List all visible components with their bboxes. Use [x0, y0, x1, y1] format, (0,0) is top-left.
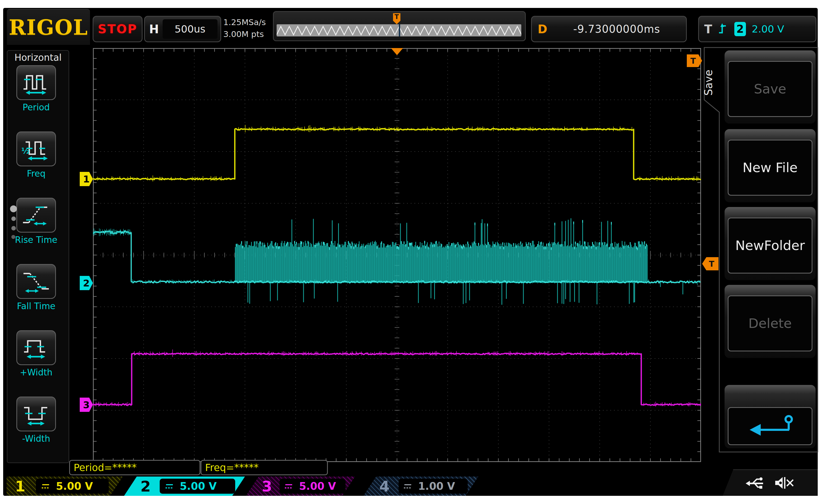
period-icon [21, 68, 51, 97]
waveform-display [93, 48, 701, 462]
menu-tab-save: Save [702, 55, 715, 110]
save-button[interactable]: Save [728, 61, 812, 117]
freq-icon: ½ [21, 135, 51, 163]
sidebar-item-label: Rise Time [14, 235, 58, 245]
sidebar-item-period[interactable]: Period [16, 65, 56, 113]
menu-tile: NewFolder [724, 207, 816, 280]
overview-trigger-marker[interactable]: T [393, 13, 400, 24]
dc-coupling-icon [164, 482, 175, 490]
channel-4-scale: 1.00 V [418, 480, 455, 492]
ch1-ground-marker[interactable]: 1 [80, 172, 93, 186]
delay-box[interactable]: D -9.73000000ms [531, 16, 687, 42]
overview-position-slot [399, 24, 400, 36]
trigger-level-value: 2.00 V [752, 23, 784, 35]
trigger-source-badge: 2 [734, 22, 746, 36]
channel-3-number: 3 [262, 478, 272, 494]
channel-4-status[interactable]: 4 1.00 V [363, 477, 478, 496]
scroll-indicator-dot [11, 216, 16, 221]
back-button[interactable] [728, 407, 812, 445]
menu-tile [724, 385, 816, 448]
channel-4-number: 4 [379, 478, 389, 494]
peripheral-status-panel [723, 469, 818, 496]
measure-button[interactable] [16, 65, 56, 100]
sidebar-item-label: Period [14, 102, 58, 113]
sidebar-item-label: Fall Time [14, 301, 58, 311]
freq-readout: Freq=***** [201, 460, 328, 475]
status-label: STOP [98, 22, 137, 36]
measure-button[interactable] [16, 264, 56, 299]
speaker-muted-icon [774, 475, 796, 491]
horizontal-timebase-box[interactable]: H 500us [144, 16, 221, 42]
back-arrow-icon [738, 413, 802, 439]
menu-tile: Save [724, 50, 816, 124]
channel-3-scale: 5.00 V [299, 480, 336, 492]
channel-1-scale: 5.00 V [56, 480, 93, 492]
menu-tile: New File [724, 129, 816, 202]
sidebar-item-label: +Width [14, 367, 58, 377]
sidebar-item-label: Freq [14, 168, 58, 179]
timebase-value: 500us [163, 19, 217, 39]
oscilloscope-screen: RIGOL STOP H 500us 1.25MSa/s 3.00M pts T… [3, 8, 818, 496]
channel-status-bar: 1 5.00 V 2 5.00 V 3 [3, 477, 818, 496]
channel-1-status[interactable]: 1 5.00 V [7, 477, 123, 496]
dc-coupling-icon [40, 482, 51, 490]
sidebar-item--width[interactable]: -Width [16, 396, 56, 444]
minus-width-icon [21, 400, 51, 428]
delay-value: -9.73000000ms [547, 23, 686, 35]
sample-rate: 1.25MSa/s [223, 16, 266, 28]
channel-3-status[interactable]: 3 5.00 V [246, 477, 355, 496]
svg-text:½: ½ [21, 146, 30, 156]
run-stop-status: STOP [93, 16, 143, 42]
sidebar-title: Horizontal [7, 52, 68, 63]
brand-tile: RIGOL [7, 9, 90, 45]
menu-tile: Delete [724, 285, 816, 358]
measure-button[interactable] [16, 396, 56, 432]
acquisition-info: 1.25MSa/s 3.00M pts [223, 16, 266, 40]
trigger-label: T [704, 22, 712, 36]
scroll-indicator-dot [11, 235, 15, 239]
overview-band [277, 24, 521, 36]
sidebar-item-freq[interactable]: ½Freq [16, 132, 56, 179]
measure-button[interactable] [16, 330, 56, 365]
channel-1-number: 1 [15, 478, 25, 494]
memory-depth: 3.00M pts [223, 28, 266, 40]
measure-button[interactable] [16, 198, 56, 232]
dc-coupling-icon [402, 482, 414, 490]
scroll-indicator-dot [11, 226, 16, 230]
channel-2-status[interactable]: 2 5.00 V [124, 477, 245, 496]
brand-logo: RIGOL [9, 15, 88, 39]
plus-width-icon [21, 333, 51, 362]
fall-time-icon [21, 267, 51, 296]
waveform-overview-bar[interactable]: T [273, 11, 526, 41]
sidebar-item-rise-time[interactable]: Rise Time [16, 198, 56, 245]
rigol-oscilloscope-screenshot: { "top_bar": { "brand": "RIGOL", "status… [0, 0, 823, 504]
channel-2-number: 2 [140, 478, 151, 494]
measure-button[interactable]: ½ [16, 132, 56, 166]
h-label: H [149, 22, 159, 36]
channel-2-scale: 5.00 V [180, 480, 217, 492]
rising-edge-icon [718, 22, 728, 36]
rise-time-icon [21, 201, 51, 229]
ch2-ground-marker[interactable]: 2 [80, 276, 93, 290]
dc-coupling-icon [283, 482, 294, 490]
new-folder-button[interactable]: NewFolder [728, 217, 812, 274]
usb-icon [745, 475, 767, 491]
period-readout: Period=***** [69, 460, 200, 475]
sidebar-item--width[interactable]: +Width [16, 330, 56, 377]
trigger-position-triangle[interactable] [391, 48, 403, 55]
trigger-box[interactable]: T 2 2.00 V [698, 16, 816, 42]
new-file-button[interactable]: New File [728, 140, 812, 196]
sidebar-item-fall-time[interactable]: Fall Time [16, 264, 56, 311]
scroll-indicator-dot [10, 205, 17, 212]
delete-button[interactable]: Delete [728, 296, 812, 351]
delay-label: D [538, 22, 547, 36]
ch3-ground-marker[interactable]: 3 [80, 397, 93, 412]
sidebar-item-label: -Width [14, 434, 58, 444]
